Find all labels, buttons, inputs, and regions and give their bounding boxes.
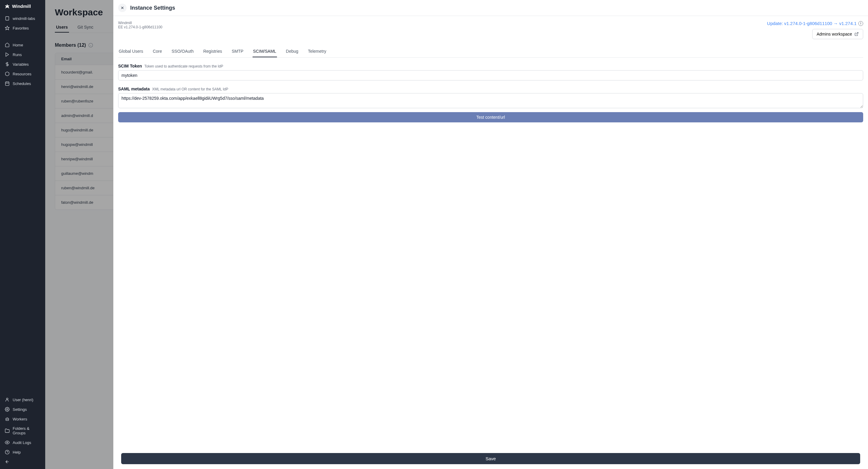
save-button[interactable]: Save (121, 453, 860, 464)
building-icon (5, 16, 10, 21)
app-name: Windmill (12, 4, 31, 9)
sidebar-schedules-label: Schedules (13, 82, 31, 86)
sidebar-home[interactable]: Home (0, 40, 45, 50)
sidebar-folders-groups[interactable]: Folders & Groups (0, 424, 45, 438)
tab-scim-saml[interactable]: SCIM/SAML (253, 46, 277, 57)
tab-global-users[interactable]: Global Users (118, 46, 144, 57)
dollar-icon (5, 62, 10, 67)
sidebar-folders-groups-label: Folders & Groups (13, 426, 40, 435)
sidebar-settings-label: Settings (13, 407, 27, 412)
eye-icon (5, 440, 10, 445)
svg-point-15 (6, 419, 7, 419)
box-icon (5, 71, 10, 76)
scim-token-label: SCIM Token (118, 64, 142, 68)
scim-token-input[interactable] (118, 70, 863, 81)
update-link[interactable]: Update: v1.274.0-1-g806d11100 → v1.274.1… (767, 21, 863, 26)
sidebar-settings[interactable]: Settings (0, 405, 45, 414)
scim-token-hint: Token used to authenticate requests from… (144, 64, 223, 68)
sidebar-schedules[interactable]: Schedules (0, 79, 45, 88)
sidebar-variables-label: Variables (13, 62, 29, 67)
tab-smtp[interactable]: SMTP (231, 46, 244, 57)
sidebar-variables[interactable]: Variables (0, 59, 45, 69)
svg-rect-8 (5, 82, 9, 86)
sidebar-audit-logs[interactable]: Audit Logs (0, 438, 45, 447)
close-button[interactable] (118, 4, 127, 12)
svg-point-12 (6, 398, 8, 400)
sidebar-favorites[interactable]: Favorites (0, 23, 45, 33)
svg-point-16 (7, 419, 8, 419)
tab-telemetry[interactable]: Telemetry (307, 46, 327, 57)
sidebar-runs[interactable]: Runs (0, 50, 45, 59)
sidebar-user[interactable]: User (henri) (0, 395, 45, 405)
app-brand[interactable]: Windmill (0, 0, 45, 12)
sidebar-help[interactable]: Help (0, 447, 45, 457)
admins-workspace-button[interactable]: Admins workspace (812, 29, 864, 39)
test-content-button[interactable]: Test content/url (118, 112, 863, 122)
sidebar-workspace[interactable]: windmill-labs (0, 13, 45, 23)
sidebar-help-label: Help (13, 450, 21, 455)
svg-marker-5 (5, 26, 9, 30)
user-icon (5, 397, 10, 402)
svg-line-27 (856, 33, 858, 34)
tab-core[interactable]: Core (152, 46, 162, 57)
sidebar-workers[interactable]: Workers (0, 414, 45, 424)
app-version: EE v1.274.0-1-g806d11100 (118, 25, 162, 29)
gear-icon (5, 407, 10, 412)
sidebar-runs-label: Runs (13, 53, 22, 57)
saml-metadata-label: SAML metadata (118, 87, 150, 91)
home-icon (5, 42, 10, 47)
arrow-left-icon (5, 459, 10, 464)
svg-rect-0 (6, 17, 9, 20)
sidebar: Windmill windmill-labs Favorites (0, 0, 45, 469)
svg-point-13 (7, 409, 8, 410)
sidebar-collapse[interactable] (0, 457, 45, 467)
calendar-icon (5, 81, 10, 86)
windmill-logo-icon (5, 4, 10, 9)
saml-metadata-input[interactable]: https://dev-2578259.okta.com/app/exkaell… (118, 93, 863, 108)
sidebar-resources-label: Resources (13, 72, 31, 76)
sidebar-favorites-label: Favorites (13, 26, 29, 30)
play-icon (5, 52, 10, 57)
sidebar-resources[interactable]: Resources (0, 69, 45, 79)
sidebar-workers-label: Workers (13, 417, 27, 421)
star-icon (5, 26, 10, 30)
folder-icon (5, 428, 10, 433)
tab-sso-oauth[interactable]: SSO/OAuth (171, 46, 194, 57)
info-icon[interactable]: i (858, 21, 863, 26)
sidebar-user-label: User (henri) (13, 398, 33, 402)
sidebar-audit-logs-label: Audit Logs (13, 440, 31, 445)
saml-metadata-hint: XML metadata url OR content for the SAML… (152, 87, 228, 91)
modal-tabs: Global Users Core SSO/OAuth Registries S… (118, 46, 863, 58)
svg-marker-6 (6, 53, 8, 56)
app-name-meta: Windmill (118, 21, 162, 25)
tab-debug[interactable]: Debug (285, 46, 299, 57)
modal-title: Instance Settings (130, 5, 175, 11)
sidebar-home-label: Home (13, 43, 23, 47)
instance-settings-modal: Instance Settings Windmill EE v1.274.0-1… (113, 0, 868, 469)
help-icon (5, 450, 10, 455)
bot-icon (5, 416, 10, 421)
sidebar-workspace-label: windmill-labs (13, 16, 35, 21)
tab-registries[interactable]: Registries (203, 46, 222, 57)
svg-point-18 (7, 442, 8, 443)
